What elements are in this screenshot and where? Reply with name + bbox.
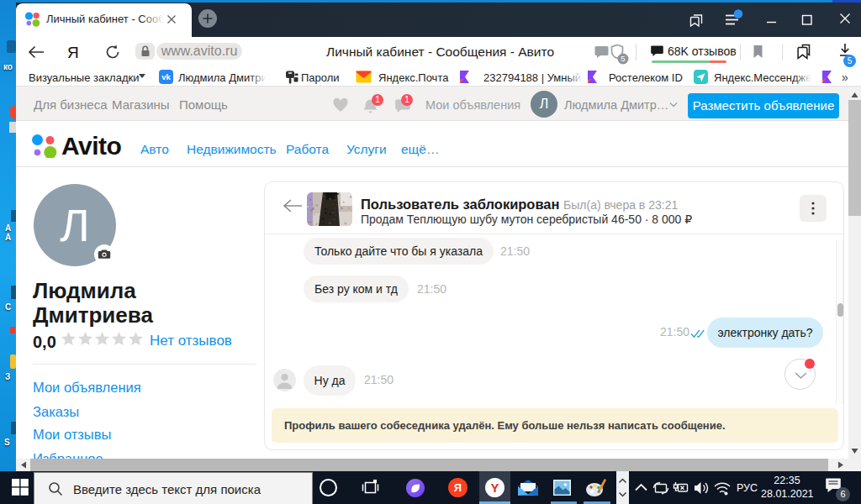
svg-text:5: 5 <box>621 54 625 63</box>
